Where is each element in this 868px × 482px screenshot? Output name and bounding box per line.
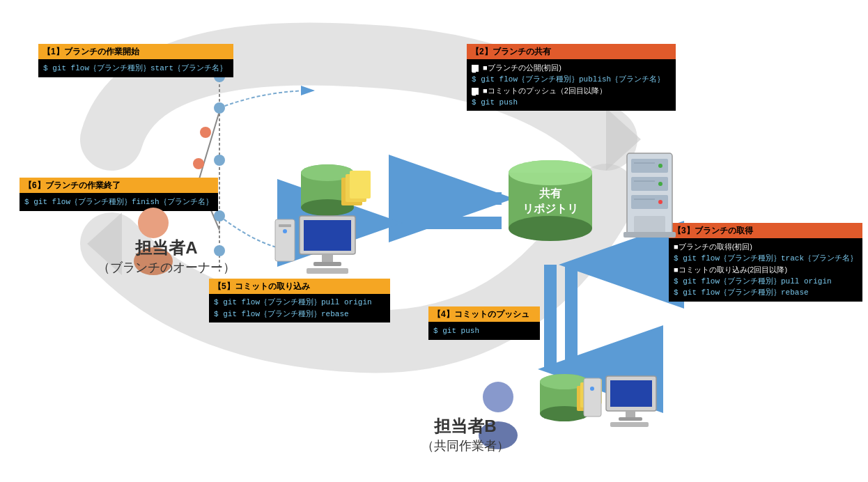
person-b-role: （共同作業者） xyxy=(421,437,509,454)
callout-2-cmd1: $ git flow｛ブランチ種別｝publish｛ブランチ名｝ xyxy=(472,74,671,86)
svg-line-11 xyxy=(199,111,219,181)
person-a-role: （ブランチのオーナー） xyxy=(98,259,235,276)
callout-3-cmd3: $ git flow｛ブランチ種別｝rebase xyxy=(674,287,858,299)
svg-point-15 xyxy=(214,155,225,166)
callout-3-line3: ■コミットの取り込み(2回目以降) xyxy=(674,264,858,276)
callout-2-line1: ■ ■ブランチの公開(初回) xyxy=(472,62,671,74)
callout-5-cmd2: $ git flow｛ブランチ種別｝rebase xyxy=(214,309,385,320)
callout-4-header: 【4】コミットのプッシュ xyxy=(428,306,540,322)
person-b-label: 担当者B （共同作業者） xyxy=(421,415,509,454)
callout-6-cmd: $ git flow｛ブランチ種別｝finish｛ブランチ名｝ xyxy=(24,198,213,206)
callout-3-line1: ■ブランチの取得(初回) xyxy=(674,241,858,253)
svg-point-19 xyxy=(193,158,204,169)
callout-2-cmd2: $ git push xyxy=(472,97,671,109)
callout-box-3: 【3】ブランチの取得 ■ブランチの取得(初回) $ git flow｛ブランチ種… xyxy=(669,223,862,302)
callout-5-cmd1: $ git flow｛ブランチ種別｝pull origin xyxy=(214,297,385,309)
callout-3-header: 【3】ブランチの取得 xyxy=(669,223,862,238)
callout-4-cmd: $ git push xyxy=(433,327,479,335)
bullet-icon: ■ xyxy=(472,65,479,72)
callout-2-header: 【2】ブランチの共有 xyxy=(467,44,676,59)
callout-6-header: 【6】ブランチの作業終了 xyxy=(20,178,218,193)
callout-1-header: 【1】ブランチの作業開始 xyxy=(38,44,233,59)
callout-box-6: 【6】ブランチの作業終了 $ git flow｛ブランチ種別｝finish｛ブラ… xyxy=(20,178,218,211)
callout-box-5: 【5】コミットの取り込み $ git flow｛ブランチ種別｝pull orig… xyxy=(209,279,390,322)
callout-3-cmd2: $ git flow｛ブランチ種別｝pull origin xyxy=(674,276,858,288)
callout-5-header: 【5】コミットの取り込み xyxy=(209,279,390,294)
callout-box-2: 【2】ブランチの共有 ■ ■ブランチの公開(初回) $ git flow｛ブラン… xyxy=(467,44,676,111)
callout-1-cmd: $ git flow｛ブランチ種別｝start｛ブランチ名｝ xyxy=(43,64,227,72)
callout-box-1: 【1】ブランチの作業開始 $ git flow｛ブランチ種別｝start｛ブラン… xyxy=(38,44,233,77)
diagram-container: 【1】ブランチの作業開始 $ git flow｛ブランチ種別｝start｛ブラン… xyxy=(0,0,868,482)
callout-box-4: 【4】コミットのプッシュ $ git push xyxy=(428,306,540,340)
callout-3-cmd1: $ git flow｛ブランチ種別｝track｛ブランチ名｝ xyxy=(674,253,858,265)
person-a-label: 担当者A （ブランチのオーナー） xyxy=(98,237,235,276)
svg-point-18 xyxy=(200,127,211,138)
callout-2-line3: ■ ■コミットのプッシュ（2回目以降） xyxy=(472,85,671,97)
person-a-name: 担当者A xyxy=(98,237,235,259)
person-b-name: 担当者B xyxy=(421,415,509,437)
bullet-icon-2: ■ xyxy=(472,88,479,95)
